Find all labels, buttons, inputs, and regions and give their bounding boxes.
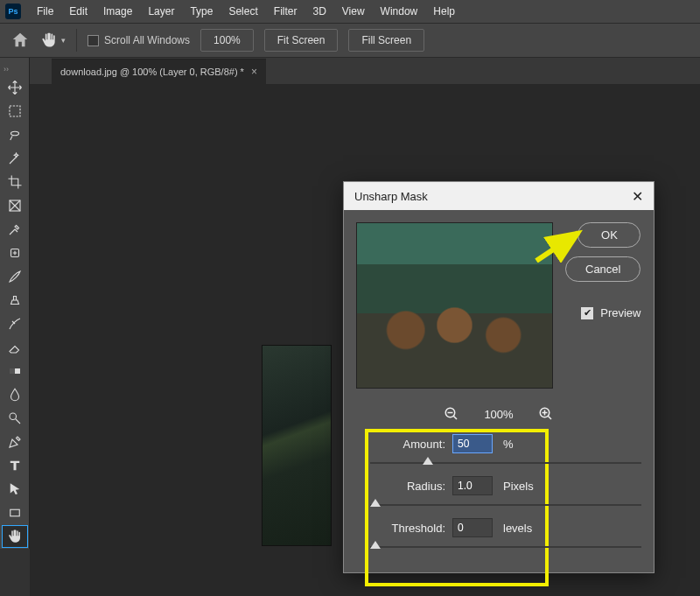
menu-bar: Ps File Edit Image Layer Type Select Fil… (0, 0, 700, 23)
svg-point-5 (10, 413, 17, 420)
close-tab-icon[interactable]: × (251, 66, 257, 78)
fill-screen-button[interactable]: Fill Screen (348, 29, 424, 52)
checkmark-icon: ✔ (581, 307, 593, 319)
threshold-unit: levels (503, 522, 532, 535)
menu-select[interactable]: Select (221, 2, 264, 21)
dodge-tool[interactable] (2, 407, 28, 430)
svg-rect-4 (10, 368, 15, 374)
marquee-tool[interactable] (2, 100, 28, 123)
slider-thumb-icon[interactable] (423, 457, 433, 465)
checkbox-icon (88, 35, 99, 46)
svg-rect-0 (10, 106, 20, 116)
hand-tool-icon[interactable] (40, 32, 58, 49)
canvas[interactable]: Unsharp Mask ✕ OK Cancel ✔ Previ (30, 84, 700, 596)
healing-brush-tool[interactable] (2, 242, 28, 264)
gradient-tool[interactable] (2, 360, 28, 382)
filter-preview-image[interactable] (356, 222, 553, 389)
menu-3d[interactable]: 3D (305, 2, 332, 21)
pen-tool[interactable] (2, 431, 28, 453)
radius-label: Radius: (382, 480, 445, 493)
preview-label: Preview (600, 306, 640, 319)
threshold-slider[interactable] (370, 546, 641, 548)
amount-label: Amount: (382, 438, 445, 451)
menu-help[interactable]: Help (426, 2, 462, 21)
unsharp-mask-dialog: Unsharp Mask ✕ OK Cancel ✔ Previ (343, 181, 654, 573)
menu-filter[interactable]: Filter (267, 2, 304, 21)
rectangle-tool[interactable] (2, 501, 28, 524)
document-tab-bar: download.jpg @ 100% (Layer 0, RGB/8#) * … (30, 58, 700, 84)
slider-thumb-icon[interactable] (370, 541, 381, 549)
options-bar: ▾ Scroll All Windows 100% Fit Screen Fil… (0, 23, 700, 58)
eraser-tool[interactable] (2, 336, 28, 359)
clone-stamp-tool[interactable] (2, 289, 28, 312)
amount-unit: % (503, 438, 514, 451)
amount-input[interactable] (452, 434, 493, 453)
slider-thumb-icon[interactable] (370, 499, 381, 507)
path-selection-tool[interactable] (2, 478, 28, 501)
close-dialog-icon[interactable]: ✕ (632, 188, 643, 205)
crop-tool[interactable] (2, 171, 28, 193)
tools-panel: ›› (0, 58, 30, 549)
radius-input[interactable] (452, 476, 493, 495)
frame-tool[interactable] (2, 194, 28, 217)
dialog-title: Unsharp Mask (354, 190, 428, 203)
threshold-label: Threshold: (382, 522, 445, 535)
history-brush-tool[interactable] (2, 312, 28, 335)
threshold-input[interactable] (452, 518, 493, 537)
fit-screen-button[interactable]: Fit Screen (264, 29, 339, 52)
menu-image[interactable]: Image (96, 2, 139, 21)
expand-tools-icon[interactable]: ›› (0, 63, 29, 75)
scroll-all-label: Scroll All Windows (104, 34, 190, 46)
type-tool[interactable] (2, 454, 28, 477)
menu-view[interactable]: View (335, 2, 372, 21)
menu-file[interactable]: File (30, 2, 60, 21)
eyedropper-tool[interactable] (2, 218, 28, 241)
zoom-in-icon[interactable] (538, 406, 554, 422)
document-tab-title: download.jpg @ 100% (Layer 0, RGB/8#) * (60, 67, 244, 77)
amount-slider[interactable] (370, 462, 641, 464)
app-logo: Ps (5, 4, 21, 19)
brush-tool[interactable] (2, 265, 28, 288)
preview-checkbox[interactable]: ✔ Preview (581, 306, 640, 319)
svg-rect-6 (10, 509, 19, 516)
home-icon[interactable] (10, 31, 30, 50)
blur-tool[interactable] (2, 383, 28, 406)
menu-type[interactable]: Type (183, 2, 220, 21)
radius-unit: Pixels (503, 480, 534, 493)
move-tool[interactable] (2, 76, 28, 99)
tool-preset-chevron-icon[interactable]: ▾ (61, 36, 66, 45)
menu-window[interactable]: Window (374, 2, 425, 21)
radius-slider[interactable] (370, 504, 641, 506)
menu-edit[interactable]: Edit (62, 2, 94, 21)
cancel-button[interactable]: Cancel (565, 256, 640, 282)
magic-wand-tool[interactable] (2, 147, 28, 170)
dialog-titlebar[interactable]: Unsharp Mask ✕ (344, 182, 654, 210)
preview-zoom-label: 100% (484, 408, 513, 421)
lasso-tool[interactable] (2, 123, 28, 146)
hand-tool[interactable] (2, 525, 28, 548)
ok-button[interactable]: OK (578, 222, 640, 248)
zoom-out-icon[interactable] (444, 406, 459, 422)
menu-layer[interactable]: Layer (141, 2, 181, 21)
canvas-image (262, 345, 332, 546)
scroll-all-windows-checkbox[interactable]: Scroll All Windows (88, 34, 190, 46)
document-tab[interactable]: download.jpg @ 100% (Layer 0, RGB/8#) * … (52, 59, 266, 84)
zoom-level-button[interactable]: 100% (200, 29, 254, 52)
document-area: download.jpg @ 100% (Layer 0, RGB/8#) * … (30, 58, 700, 596)
